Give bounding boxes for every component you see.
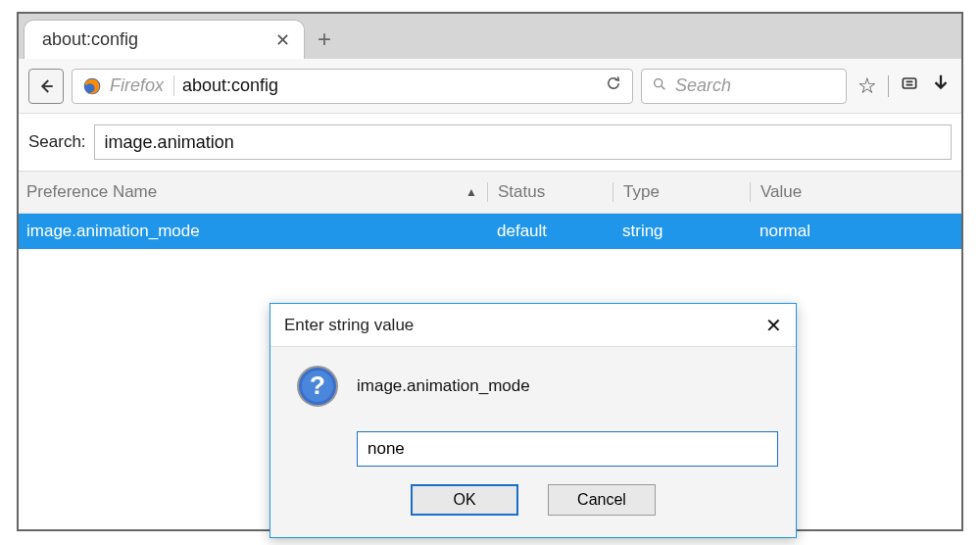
col-value[interactable]: Value [750,182,954,202]
config-search-row: Search: [19,114,961,171]
pref-name-cell: image.animation_mode [26,222,487,241]
library-icon[interactable] [897,74,922,99]
pref-row[interactable]: image.animation_mode default string norm… [19,214,961,249]
toolbar-separator [888,75,889,97]
pref-status-cell: default [487,222,612,241]
new-tab-button[interactable]: + [305,20,344,59]
col-status[interactable]: Status [487,182,612,202]
col-type[interactable]: Type [612,182,750,202]
url-text: about:config [182,75,597,96]
reload-icon[interactable] [605,74,622,97]
col-pref[interactable]: Preference Name ▲ [26,182,487,202]
firefox-icon [82,76,102,96]
search-toolbar[interactable]: Search [641,69,847,104]
bookmark-star-icon[interactable]: ☆ [855,74,880,99]
svg-rect-2 [903,78,915,88]
search-placeholder: Search [675,75,731,96]
config-search-input[interactable] [94,124,952,160]
edit-dialog: Enter string value ✕ ? image.animation_m… [270,303,797,538]
dialog-value-input[interactable] [357,431,778,467]
svg-text:?: ? [310,371,325,400]
cancel-button[interactable]: Cancel [548,484,656,516]
dialog-close-icon[interactable]: ✕ [765,314,782,337]
back-button[interactable] [28,69,64,104]
dialog-pref-name: image.animation_mode [357,376,530,396]
url-bar[interactable]: Firefox about:config [72,69,633,104]
browser-tab[interactable]: about:config ✕ [24,20,305,59]
back-arrow-icon [37,77,55,95]
close-tab-icon[interactable]: ✕ [275,29,290,51]
sort-asc-icon: ▲ [466,185,477,199]
tab-title: about:config [42,29,138,50]
url-brand: Firefox [110,75,174,96]
pref-value-cell: normal [750,222,954,241]
question-icon: ? [296,365,339,408]
dialog-titlebar: Enter string value ✕ [270,304,796,347]
search-icon [652,76,667,96]
nav-toolbar: Firefox about:config Search ☆ [19,59,961,114]
pref-type-cell: string [612,222,750,241]
dialog-title-text: Enter string value [284,316,414,335]
ok-button[interactable]: OK [411,484,518,516]
downloads-icon[interactable] [930,73,952,100]
column-headers: Preference Name ▲ Status Type Value [19,171,961,214]
tab-strip: about:config ✕ + [19,14,961,59]
svg-point-1 [655,78,662,86]
config-search-label: Search: [28,132,86,152]
